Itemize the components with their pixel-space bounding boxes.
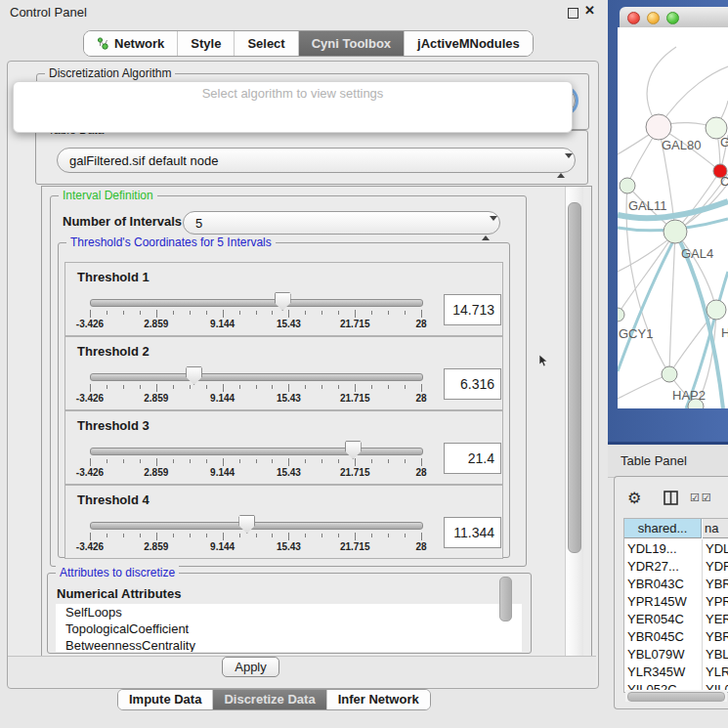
- settings-scrollpane: Interval Definition Number of Intervals …: [41, 186, 592, 658]
- minimize-traffic-light-icon[interactable]: [647, 12, 660, 24]
- tick-mark: [388, 385, 389, 389]
- control-panel-titlebar: Control Panel ✕: [0, 0, 604, 25]
- number-of-intervals-value: 5: [195, 216, 202, 231]
- table-hscrollbar-track[interactable]: [625, 690, 727, 702]
- cell-shared-name: YDR27...: [627, 558, 702, 576]
- close-traffic-light-icon[interactable]: [627, 12, 640, 24]
- tick-mark: [107, 534, 107, 537]
- attributes-list-scrollbar[interactable]: [499, 577, 512, 621]
- table-hscrollbar-thumb[interactable]: [627, 692, 725, 702]
- tick-mark: [405, 385, 406, 389]
- svg-text:HAP2: HAP2: [672, 388, 706, 403]
- table-row[interactable]: YBR045CYBR0: [624, 628, 728, 646]
- tick-label: -3.426: [61, 467, 119, 478]
- gear-icon[interactable]: ⚙: [627, 489, 641, 507]
- list-item-selfloops[interactable]: SelfLoops: [56, 604, 522, 621]
- zoom-traffic-light-icon[interactable]: [666, 12, 679, 24]
- attributes-list[interactable]: SelfLoopsTopologicalCoefficientBetweenne…: [56, 604, 522, 652]
- tick-mark: [123, 311, 124, 315]
- tick-mark: [239, 311, 240, 315]
- table-row[interactable]: YBL079WYBL0: [624, 646, 728, 664]
- slider-knob[interactable]: [186, 366, 202, 385]
- slider-knob[interactable]: [345, 441, 362, 459]
- threshold-label: Threshold 3: [77, 418, 150, 433]
- table-row[interactable]: YDL19...YDL1: [624, 540, 728, 558]
- split-columns-icon[interactable]: [664, 491, 678, 509]
- apply-strip: [8, 656, 596, 687]
- threshold-value-field[interactable]: 6.316: [444, 368, 501, 400]
- table-row[interactable]: YDR27...YDR2: [624, 558, 728, 576]
- group-title: Discretization Algorithm: [45, 66, 175, 80]
- threshold-row-2: Threshold 2-3.4262.8599.14415.4321.71528…: [64, 336, 503, 410]
- tick-mark: [206, 311, 207, 315]
- mouse-cursor: [539, 354, 549, 371]
- tick-mark: [123, 459, 124, 463]
- numerical-attributes-label: Numerical Attributes: [57, 586, 181, 601]
- slider-track[interactable]: [90, 522, 423, 530]
- slider-track[interactable]: [90, 448, 423, 455]
- number-of-intervals-combobox[interactable]: 5: [183, 211, 500, 235]
- tick-mark: [288, 533, 289, 540]
- column-header-name[interactable]: na: [703, 519, 728, 538]
- table-panel: ⚙ ☑☑ shared...na YDL19...YDL1YDR27...YDR…: [614, 476, 728, 709]
- slider-knob[interactable]: [275, 292, 291, 311]
- table-data-combobox[interactable]: galFiltered.sif default node: [57, 148, 576, 173]
- close-icon[interactable]: ✕: [584, 3, 595, 18]
- list-item-topologicalcoefficient[interactable]: TopologicalCoefficient: [56, 621, 522, 637]
- list-item-betweennesscentrality[interactable]: BetweennessCentrality: [56, 637, 522, 652]
- tab-select[interactable]: Select: [234, 31, 297, 56]
- float-window-icon[interactable]: [568, 8, 578, 19]
- tab-cyni-toolbox[interactable]: Cyni Toolbox: [298, 31, 404, 56]
- tick-mark: [321, 385, 322, 389]
- tab-impute-data[interactable]: Impute Data: [118, 690, 212, 709]
- group-title: Threshold's Coordinates for 5 Intervals: [66, 236, 276, 249]
- tick-mark: [223, 533, 224, 540]
- tab-infer-network[interactable]: Infer Network: [326, 690, 430, 709]
- cell-name: YDL1: [706, 540, 728, 558]
- network-window-titlebar[interactable]: [620, 7, 728, 28]
- threshold-value-field[interactable]: 11.344: [444, 517, 501, 548]
- tick-label: 21.715: [325, 467, 384, 478]
- table-row[interactable]: YPR145WYPR1: [624, 593, 728, 611]
- cell-name: YPR1: [706, 593, 728, 611]
- tick-mark: [388, 459, 389, 463]
- tick-mark: [190, 385, 191, 389]
- tick-mark: [256, 385, 257, 389]
- threshold-value-field[interactable]: 14.713: [444, 294, 501, 325]
- threshold-label: Threshold 2: [77, 344, 150, 359]
- cell-shared-name: YBR043C: [627, 576, 702, 593]
- tick-label: -3.426: [61, 393, 119, 404]
- tick-mark: [321, 534, 322, 537]
- tab-network[interactable]: Network: [84, 31, 177, 56]
- cell-name: YDR2: [706, 558, 728, 576]
- table-row[interactable]: YLR345WYLR3: [624, 664, 728, 681]
- tick-mark: [173, 459, 174, 463]
- slider-knob[interactable]: [238, 515, 255, 534]
- tab-style[interactable]: Style: [177, 31, 234, 56]
- threshold-value-field[interactable]: 21.4: [444, 443, 501, 474]
- column-header-shared-name[interactable]: shared...: [624, 519, 702, 538]
- table-row[interactable]: YER054CYER0: [624, 611, 728, 628]
- tick-label: 28: [392, 467, 450, 478]
- scrollbar-thumb[interactable]: [568, 202, 581, 553]
- tick-mark: [140, 459, 141, 463]
- tab-label: Cyni Toolbox: [312, 31, 391, 56]
- tick-mark: [288, 458, 289, 466]
- tick-mark: [190, 534, 191, 537]
- table-row[interactable]: YBR043CYBR0: [624, 576, 728, 593]
- node-attribute-table[interactable]: shared...na YDL19...YDL1YDR27...YDR2YBR0…: [623, 518, 728, 693]
- tick-label: 2.859: [127, 467, 186, 478]
- table-header-row: shared...na: [624, 519, 728, 539]
- tick-mark: [321, 311, 322, 315]
- slider-track[interactable]: [90, 299, 423, 307]
- tick-mark: [239, 534, 240, 537]
- network-canvas[interactable]: GAL80GACGAL11GAL4HGCY1HAP2: [618, 27, 728, 408]
- slider-track[interactable]: [90, 373, 423, 381]
- apply-button[interactable]: Apply: [222, 657, 279, 677]
- tab-jactivemnodules[interactable]: jActiveMNodules: [404, 31, 533, 56]
- tick-mark: [355, 533, 356, 540]
- checkbox-filter-icons[interactable]: ☑☑: [690, 492, 713, 504]
- tick-mark: [421, 384, 422, 392]
- tab-discretize-data[interactable]: Discretize Data: [212, 690, 325, 709]
- tick-mark: [107, 311, 107, 315]
